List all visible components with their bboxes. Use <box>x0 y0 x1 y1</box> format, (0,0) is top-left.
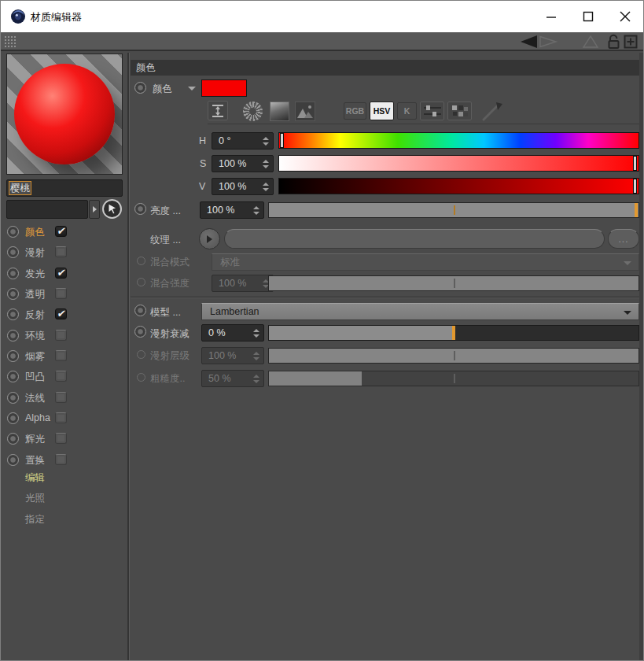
channel-row-bump[interactable]: 凹凸 <box>1 368 127 386</box>
channel-checkbox[interactable] <box>55 433 67 444</box>
stepper-arrows[interactable] <box>253 325 259 341</box>
color-wheel-icon[interactable] <box>243 102 263 121</box>
channel-label[interactable]: 烟雾 <box>25 350 45 364</box>
texture-browse-button[interactable]: ... <box>608 229 639 249</box>
close-button[interactable] <box>606 1 643 32</box>
channel-radio[interactable] <box>7 371 19 382</box>
diffuse-falloff-value-field[interactable]: 0 % <box>201 324 264 342</box>
history-nav-icons[interactable] <box>518 34 559 50</box>
stepper-arrows[interactable] <box>253 202 259 218</box>
channel-radio[interactable] <box>7 226 19 238</box>
rgb-mode-button[interactable]: RGB <box>344 102 366 120</box>
model-dropdown[interactable]: Lambertian <box>201 303 639 320</box>
stepper-arrows[interactable] <box>263 156 269 172</box>
channel-label[interactable]: Alpha <box>25 412 50 423</box>
value-slider[interactable] <box>278 178 639 194</box>
channel-label[interactable]: 法线 <box>25 392 45 405</box>
value-slider-handle[interactable] <box>633 179 637 194</box>
color-dropdown-caret-icon[interactable] <box>188 87 196 90</box>
channel-row-normal[interactable]: 法线 <box>1 390 127 407</box>
combo-expand-button[interactable] <box>89 200 100 219</box>
minimize-button[interactable] <box>532 1 569 32</box>
channel-radio[interactable] <box>7 433 19 445</box>
maximize-button[interactable] <box>569 1 606 32</box>
page-label[interactable]: 编辑 <box>25 471 45 485</box>
mixer-mode-button[interactable] <box>420 102 444 120</box>
channel-checkbox[interactable] <box>55 412 67 423</box>
material-name-input[interactable]: 樱桃 <box>6 179 123 197</box>
value-value-field[interactable]: 100 % <box>212 178 274 195</box>
brightness-radio[interactable] <box>134 203 146 215</box>
toolbar-grip-handle[interactable] <box>4 35 16 47</box>
channel-radio[interactable] <box>7 350 19 362</box>
eyedropper-icon[interactable] <box>480 99 506 123</box>
image-picker-icon[interactable] <box>295 102 315 121</box>
swatches-mode-button[interactable] <box>447 102 472 120</box>
channel-radio[interactable] <box>7 454 19 466</box>
hue-value-field[interactable]: 0 ° <box>212 132 274 150</box>
kelvin-mode-button[interactable]: K <box>397 102 417 120</box>
channel-label[interactable]: 凹凸 <box>25 371 45 384</box>
brightness-slider[interactable] <box>268 202 639 218</box>
diffuse-falloff-slider[interactable] <box>268 325 639 341</box>
brightness-value-field[interactable]: 100 % <box>200 201 264 219</box>
channel-label[interactable]: 颜色 <box>25 226 45 239</box>
up-triangle-icon[interactable] <box>582 35 599 49</box>
panel-divider[interactable] <box>127 53 130 661</box>
channel-label[interactable]: 漫射 <box>25 246 45 260</box>
channel-label[interactable]: 反射 <box>25 308 45 322</box>
channel-label[interactable]: 发光 <box>25 268 45 281</box>
page-label[interactable]: 光照 <box>25 492 45 505</box>
page-item-edit[interactable]: 编辑 <box>1 471 127 489</box>
pick-material-button[interactable] <box>102 199 122 219</box>
saturation-value-field[interactable]: 100 % <box>212 155 274 172</box>
channel-row-luminance[interactable]: 发光 <box>1 265 127 282</box>
brightness-slider-handle[interactable] <box>635 203 638 217</box>
channel-label[interactable]: 透明 <box>25 288 45 301</box>
color-swatch[interactable] <box>201 79 247 97</box>
diffuse-falloff-radio[interactable] <box>134 326 146 338</box>
channel-row-glow[interactable]: 辉光 <box>1 430 127 448</box>
channel-checkbox[interactable] <box>55 246 67 257</box>
channel-radio[interactable] <box>7 268 19 279</box>
hue-slider-handle[interactable] <box>280 133 284 148</box>
color-parameter-radio[interactable] <box>134 82 146 94</box>
channel-row-diffusion[interactable]: 漫射 <box>1 244 127 261</box>
model-radio[interactable] <box>134 305 146 316</box>
channel-radio[interactable] <box>7 288 19 300</box>
stepper-arrows[interactable] <box>263 133 269 149</box>
channel-row-transparency[interactable]: 透明 <box>1 286 127 303</box>
hsv-mode-button[interactable]: HSV <box>370 102 394 120</box>
material-preview[interactable] <box>6 54 123 175</box>
material-list-combo[interactable] <box>6 200 88 219</box>
lock-icon[interactable] <box>607 33 620 50</box>
channel-row-alpha[interactable]: Alpha <box>1 410 127 427</box>
channel-radio[interactable] <box>7 392 19 404</box>
page-label[interactable]: 指定 <box>25 513 45 526</box>
saturation-slider-handle[interactable] <box>633 156 637 171</box>
channel-row-fog[interactable]: 烟雾 <box>1 348 127 365</box>
channel-row-reflectance[interactable]: 反射 <box>1 306 127 323</box>
channel-row-color[interactable]: 颜色 <box>1 223 127 241</box>
channel-row-environment[interactable]: 环境 <box>1 327 127 345</box>
hue-slider[interactable] <box>278 132 639 149</box>
channel-checkbox[interactable] <box>55 330 67 341</box>
channel-radio[interactable] <box>7 308 19 320</box>
saturation-slider[interactable] <box>278 155 639 172</box>
add-panel-icon[interactable] <box>624 35 638 49</box>
channel-checkbox[interactable] <box>55 308 67 319</box>
channel-radio[interactable] <box>7 246 19 258</box>
channel-checkbox[interactable] <box>55 288 67 299</box>
channel-label[interactable]: 环境 <box>25 330 45 343</box>
compact-mode-button[interactable] <box>208 101 228 120</box>
channel-checkbox[interactable] <box>55 371 67 382</box>
channel-checkbox[interactable] <box>55 454 67 465</box>
channel-checkbox[interactable] <box>55 350 67 361</box>
channel-radio[interactable] <box>7 330 19 342</box>
spectrum-gradient-icon[interactable] <box>270 102 289 121</box>
stepper-arrows[interactable] <box>263 179 269 194</box>
channel-row-displacement[interactable]: 置换 <box>1 452 127 469</box>
page-item-assign[interactable]: 指定 <box>1 513 127 530</box>
channel-checkbox[interactable] <box>55 226 67 237</box>
page-item-illumination[interactable]: 光照 <box>1 492 127 509</box>
